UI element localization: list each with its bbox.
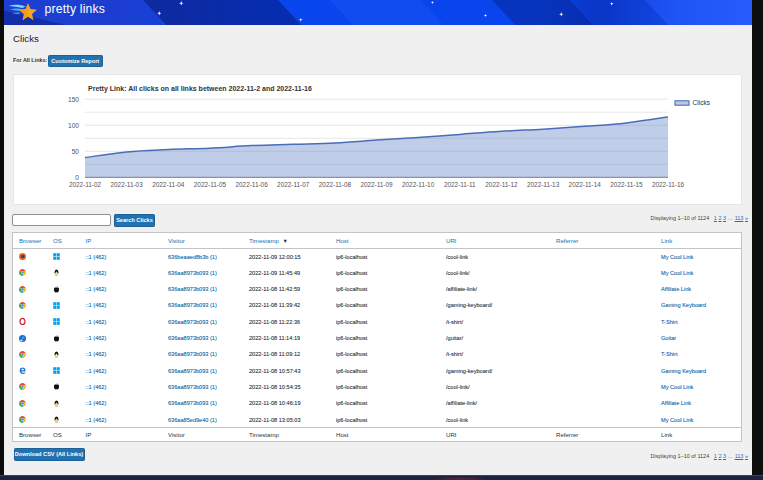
svg-text:2022-11-09: 2022-11-09 xyxy=(360,181,393,188)
svg-text:2022-11-02: 2022-11-02 xyxy=(69,181,102,188)
svg-text:2022-11-07: 2022-11-07 xyxy=(277,181,310,188)
svg-text:2022-11-08: 2022-11-08 xyxy=(319,181,352,188)
svg-text:2022-11-03: 2022-11-03 xyxy=(110,181,143,188)
svg-text:2022-11-13: 2022-11-13 xyxy=(527,181,560,188)
svg-text:2022-11-10: 2022-11-10 xyxy=(402,181,435,188)
svg-text:2022-11-15: 2022-11-15 xyxy=(610,181,643,188)
svg-text:2022-11-06: 2022-11-06 xyxy=(235,181,268,188)
svg-text:100: 100 xyxy=(68,122,79,129)
svg-text:150: 150 xyxy=(68,96,79,103)
svg-text:2022-11-16: 2022-11-16 xyxy=(652,181,685,188)
svg-text:Clicks: Clicks xyxy=(693,99,711,106)
svg-text:0: 0 xyxy=(75,174,79,181)
svg-text:Pretty Link: All clicks on all: Pretty Link: All clicks on all links bet… xyxy=(88,85,312,93)
svg-text:2022-11-04: 2022-11-04 xyxy=(152,181,185,188)
svg-text:2022-11-12: 2022-11-12 xyxy=(485,181,518,188)
svg-text:2022-11-14: 2022-11-14 xyxy=(569,181,602,188)
svg-text:2022-11-11: 2022-11-11 xyxy=(444,181,476,188)
svg-text:50: 50 xyxy=(72,148,80,155)
svg-text:2022-11-05: 2022-11-05 xyxy=(194,181,227,188)
